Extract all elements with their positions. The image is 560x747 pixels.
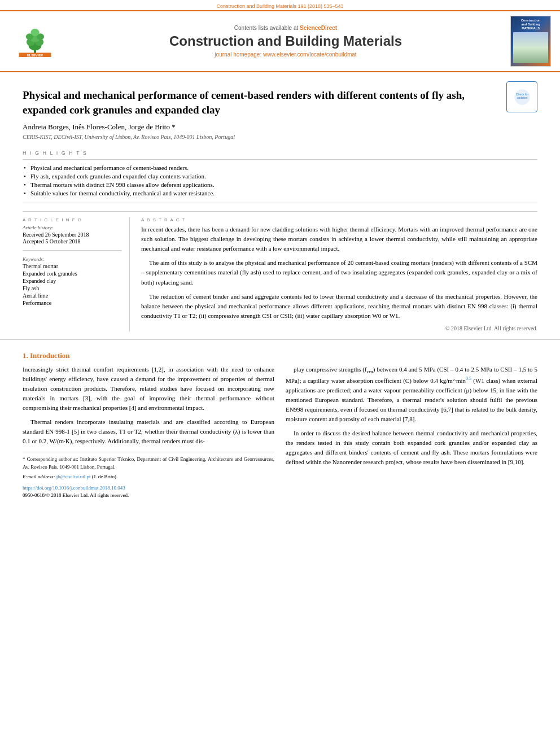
- highlight-item-3: Thermal mortars with distinct EN 998 cla…: [23, 181, 537, 188]
- authors: Andreia Borges, Inês Flores-Colen, Jorge…: [23, 123, 500, 132]
- journal-title: Construction and Building Materials: [169, 33, 402, 49]
- highlights-box: Physical and mechanical performance of c…: [23, 159, 537, 203]
- keywords-section: Keywords: Thermal mortar Expanded cork g…: [23, 250, 121, 306]
- body-content: 1. Introduction Increasingly strict ther…: [0, 346, 560, 511]
- citation-text: Construction and Building Materials 191 …: [216, 3, 343, 9]
- received-date: Received 26 September 2018: [23, 231, 121, 238]
- sciencedirect-link[interactable]: ScienceDirect: [300, 25, 337, 31]
- keyword-2: Expanded cork granules: [23, 270, 121, 277]
- abstract-column: A B S T R A C T In recent decades, there…: [141, 217, 537, 331]
- journal-header: ELSEVIER Contents lists available at Sci…: [0, 10, 560, 72]
- history-label: Article history:: [23, 225, 121, 230]
- affiliation: CERIS-KIST, DECivil-IST, University of L…: [23, 134, 500, 140]
- svg-text:Check for: Check for: [515, 93, 528, 96]
- introduction-heading: 1. Introduction: [23, 351, 537, 360]
- keyword-3: Expanded clay: [23, 278, 121, 284]
- article-title-row: Physical and mechanical performance of c…: [23, 81, 537, 148]
- highlight-item-2: Fly ash, expanded cork granules and expa…: [23, 173, 537, 180]
- article-title: Physical and mechanical performance of c…: [23, 88, 500, 117]
- abstract-para-3: The reduction of cement binder and sand …: [141, 292, 537, 321]
- abstract-label: A B S T R A C T: [141, 217, 537, 222]
- elsevier-logo: ELSEVIER: [18, 26, 52, 57]
- elsevier-tree-icon: ELSEVIER: [18, 26, 52, 57]
- journal-cover: Construction and Building MATERIALS: [510, 16, 551, 67]
- cover-title-line2: and Building: [521, 23, 540, 27]
- doi-link[interactable]: https://doi.org/10.1016/j.conbuildmat.20…: [23, 485, 125, 491]
- homepage-label: journal homepage:: [215, 51, 261, 58]
- intro-right-col: play compressive strengths (fcm) between…: [286, 365, 537, 500]
- intro-left-para-1: Increasingly strict thermal comfort requ…: [23, 365, 274, 413]
- page-container: Construction and Building Materials 191 …: [0, 0, 560, 511]
- sciencedirect-line: Contents lists available at ScienceDirec…: [234, 25, 337, 31]
- article-info-abstract-section: A R T I C L E I N F O Article history: R…: [23, 211, 537, 331]
- highlight-item-1: Physical and mechanical performance of c…: [23, 164, 537, 171]
- cover-title-line1: Construction: [521, 19, 540, 23]
- keywords-label: Keywords:: [23, 256, 121, 262]
- article-info-column: A R T I C L E I N F O Article history: R…: [23, 217, 130, 331]
- keyword-1: Thermal mortar: [23, 263, 121, 269]
- author-names: Andreia Borges, Inês Flores-Colen, Jorge…: [23, 123, 176, 131]
- section-divider: [0, 339, 560, 340]
- email-link[interactable]: jb@civilist.utl.pt: [56, 474, 91, 479]
- keyword-5: Aerial lime: [23, 292, 121, 299]
- intro-right-para-1: play compressive strengths (fcm) between…: [286, 365, 537, 424]
- check-updates-icon: Check for updates: [514, 89, 531, 106]
- footnote-area: * Corresponding author at: Instituto Sup…: [23, 452, 274, 500]
- elsevier-logo-area: ELSEVIER: [7, 16, 63, 67]
- article-info-label: A R T I C L E I N F O: [23, 217, 121, 222]
- intro-right-para-2: In order to discuss the desired balance …: [286, 429, 537, 467]
- svg-point-7: [30, 28, 39, 36]
- journal-homepage: journal homepage: www.elsevier.com/locat…: [215, 51, 356, 58]
- keyword-4: Fly ash: [23, 285, 121, 291]
- journal-citation: Construction and Building Materials 191 …: [0, 0, 560, 10]
- intro-left-para-2: Thermal renders incorporate insulating m…: [23, 417, 274, 446]
- keyword-6: Performance: [23, 300, 121, 306]
- highlight-item-4: Suitable values for thermal conductivity…: [23, 190, 537, 196]
- accepted-date: Accepted 5 October 2018: [23, 238, 121, 244]
- introduction-two-col: Increasingly strict thermal comfort requ…: [23, 365, 537, 500]
- highlights-label: H I G H L I G H T S: [23, 150, 537, 156]
- footnote-email: E-mail address: jb@civilist.utl.pt (J. d…: [23, 473, 274, 481]
- abstract-text: In recent decades, there has been a dema…: [141, 225, 537, 320]
- journal-cover-area: Construction and Building MATERIALS: [508, 16, 553, 67]
- footnote-star: * Corresponding author at: Instituto Sup…: [23, 456, 274, 471]
- footnote-issn: 0950-0618/© 2018 Elsevier Ltd. All right…: [23, 492, 274, 500]
- abstract-para-2: The aim of this study is to analyse the …: [141, 258, 537, 287]
- sciencedirect-label: Contents lists available at: [234, 25, 298, 31]
- cover-image: [513, 32, 548, 63]
- svg-text:ELSEVIER: ELSEVIER: [27, 54, 43, 57]
- homepage-url[interactable]: www.elsevier.com/locate/conbuildmat: [263, 51, 357, 58]
- article-content: Physical and mechanical performance of c…: [0, 72, 560, 331]
- cover-title-line3: MATERIALS: [521, 27, 540, 30]
- journal-header-center: Contents lists available at ScienceDirec…: [69, 16, 502, 67]
- intro-left-col: Increasingly strict thermal comfort requ…: [23, 365, 274, 500]
- svg-text:updates: updates: [517, 96, 527, 99]
- footnote-doi: https://doi.org/10.1016/j.conbuildmat.20…: [23, 484, 274, 492]
- copyright-line: © 2018 Elsevier Ltd. All rights reserved…: [141, 325, 537, 331]
- check-for-updates-badge: Check for updates: [506, 81, 537, 112]
- cover-title: Construction and Building MATERIALS: [521, 19, 540, 30]
- abstract-para-1: In recent decades, there has been a dema…: [141, 225, 537, 254]
